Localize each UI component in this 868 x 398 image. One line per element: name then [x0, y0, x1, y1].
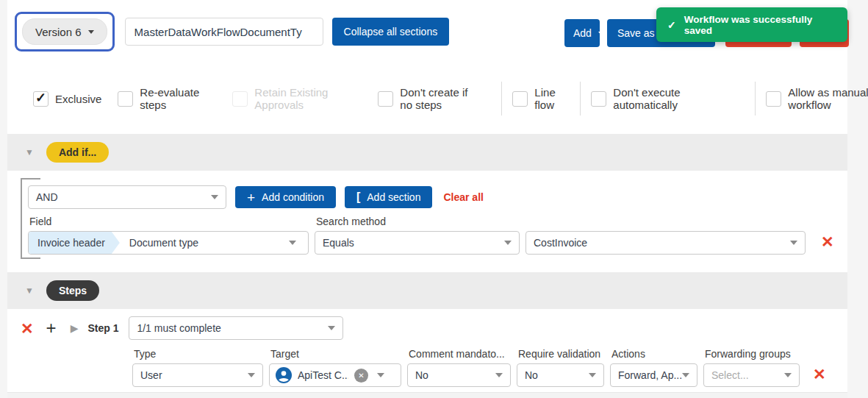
condition-row: Field Invoice header Document type Searc… [28, 209, 847, 255]
actions-dropdown[interactable]: Forward, Ap... [610, 363, 697, 387]
field-dropdown[interactable]: Invoice header Document type [28, 231, 309, 255]
collapse-arrow-icon[interactable]: ▼ [25, 285, 34, 296]
chevron-down-icon [790, 241, 797, 245]
comment-mandatory-dropdown[interactable]: No [407, 363, 511, 387]
clear-target-icon[interactable]: ✕ [354, 369, 368, 383]
checkbox-box[interactable] [512, 91, 528, 107]
divider [755, 82, 756, 116]
condition-value-dropdown[interactable]: CostInvoice [526, 231, 806, 255]
version-dropdown[interactable]: Version 6 [22, 18, 107, 45]
checkbox-reevaluate-steps[interactable]: Re-evaluate steps [118, 86, 212, 111]
workflow-name-input[interactable] [125, 18, 323, 46]
version-selector-focus-ring: Version 6 [15, 12, 115, 51]
collapse-arrow-icon[interactable]: ▼ [25, 147, 34, 157]
add-step-icon[interactable]: + [46, 319, 57, 337]
actions-label: Actions [611, 348, 697, 360]
comment-mandatory-label: Comment mandato... [409, 348, 511, 360]
target-dropdown[interactable]: ApiTest C... ✕ [269, 363, 401, 387]
chevron-down-icon [289, 241, 296, 245]
checkbox-label: Line flow [534, 86, 565, 111]
delete-step-row-icon[interactable]: ✕ [813, 366, 826, 382]
checkbox-dont-execute-automatically[interactable]: Don't execute automatically [591, 86, 714, 111]
step-detail-row: Type User Target ApiTest C... ✕ [7, 341, 847, 387]
forwarding-groups-dropdown[interactable]: Select... [703, 363, 800, 387]
steps-panel: ✕ + ▶ Step 1 1/1 must complete Type User… [7, 309, 847, 387]
add-condition-label: Add condition [262, 191, 324, 203]
checkbox-allow-as-manual-workflow[interactable]: Allow as manual workflow [766, 86, 868, 111]
chevron-down-icon [589, 373, 596, 377]
step-header-row: ✕ + ▶ Step 1 1/1 must complete [7, 316, 847, 340]
type-value: User [140, 369, 162, 381]
checkbox-label: Don't create if no steps [400, 86, 482, 111]
operator-dropdown[interactable]: AND [28, 185, 226, 209]
checkbox-dont-create-if-no-steps[interactable]: Don't create if no steps [378, 86, 482, 111]
target-label: Target [270, 348, 401, 360]
actions-value: Forward, Ap... [618, 369, 682, 381]
add-condition-button[interactable]: + Add condition [235, 186, 336, 208]
add-button[interactable]: Add [564, 19, 600, 47]
workflow-editor: Version 6 Collapse all sections Add Save… [7, 0, 847, 398]
checkbox-box[interactable] [378, 91, 393, 107]
play-icon[interactable]: ▶ [71, 322, 79, 334]
bracket-icon: [ [356, 191, 360, 203]
checkbox-exclusive[interactable]: Exclusive [33, 91, 101, 107]
horizontal-scrollbar[interactable] [7, 392, 847, 398]
chevron-down-icon [504, 241, 512, 245]
divider [580, 82, 581, 116]
chevron-down-icon [377, 373, 384, 377]
delete-step-icon[interactable]: ✕ [21, 321, 34, 336]
chevron-down-icon [682, 373, 689, 377]
checkbox-box[interactable] [118, 91, 133, 107]
conditions-section-header: ▼ Add if... [7, 134, 847, 171]
type-label: Type [134, 348, 263, 360]
step-title: Step 1 [87, 322, 118, 334]
add-if-badge[interactable]: Add if... [46, 142, 109, 163]
checkbox-label: Re-evaluate steps [140, 86, 212, 111]
clear-all-link[interactable]: Clear all [443, 191, 483, 203]
field-group-tag: Invoice header [29, 232, 120, 254]
require-validation-label: Require validation [518, 348, 604, 360]
version-label: Version 6 [35, 26, 82, 38]
add-section-label: Add section [367, 191, 420, 203]
type-dropdown[interactable]: User [132, 363, 263, 387]
condition-operator-row: AND + Add condition [ Add section Clear … [28, 185, 847, 209]
chevron-down-icon [495, 373, 503, 377]
toast-message: Workflow was successfully saved [684, 14, 836, 36]
steps-badge[interactable]: Steps [46, 280, 99, 301]
conditions-panel: AND + Add condition [ Add section Clear … [7, 171, 847, 272]
checkbox-label: Exclusive [55, 93, 101, 105]
add-button-label: Add [573, 27, 592, 39]
target-value: ApiTest C... [298, 369, 348, 381]
forwarding-groups-placeholder: Select... [711, 369, 749, 381]
workflow-options-row: Exclusive Re-evaluate steps Retain Exist… [7, 63, 847, 134]
search-method-dropdown[interactable]: Equals [315, 231, 520, 255]
target-column: Target ApiTest C... ✕ [269, 341, 401, 387]
chevron-down-icon [211, 195, 218, 199]
checkbox-line-flow[interactable]: Line flow [512, 86, 565, 111]
remove-condition-icon[interactable]: ✕ [821, 234, 834, 249]
search-method-label: Search method [316, 216, 520, 227]
condition-value: CostInvoice [534, 237, 587, 249]
plus-icon: + [247, 191, 255, 205]
checkbox-box[interactable] [766, 91, 781, 107]
checkbox-box[interactable] [33, 91, 49, 107]
collapse-all-sections-button[interactable]: Collapse all sections [332, 18, 450, 46]
toolbar: Version 6 Collapse all sections Add Save… [7, 0, 847, 63]
completion-rule-dropdown[interactable]: 1/1 must complete [129, 316, 343, 340]
divider [501, 82, 502, 116]
comment-mandatory-value: No [415, 369, 428, 381]
checkmark-icon: ✓ [667, 19, 676, 31]
comment-mandatory-column: Comment mandato... No [407, 341, 511, 387]
field-value: Document type [129, 237, 198, 249]
add-section-button[interactable]: [ Add section [345, 186, 433, 208]
require-validation-dropdown[interactable]: No [517, 363, 604, 387]
checkbox-label: Allow as manual workflow [788, 86, 868, 111]
checkbox-box[interactable] [591, 91, 606, 107]
require-validation-value: No [525, 369, 538, 381]
success-toast: ✓ Workflow was successfully saved [656, 7, 847, 42]
chevron-down-icon [88, 30, 94, 34]
steps-section-header: ▼ Steps [7, 272, 847, 309]
field-label: Field [29, 216, 309, 227]
forwarding-groups-column: Forwarding groups Select... [703, 341, 800, 387]
search-method-value: Equals [323, 237, 354, 249]
